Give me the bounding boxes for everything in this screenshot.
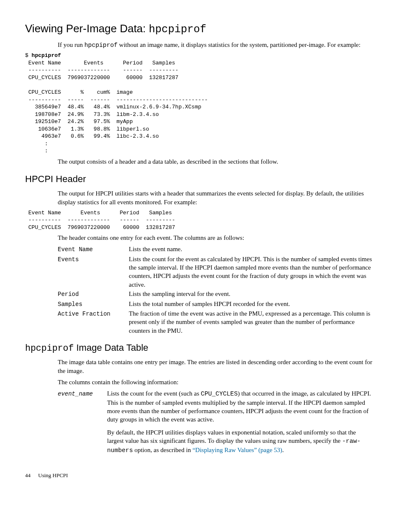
section-heading-header: HPCPI Header <box>25 173 374 186</box>
section-heading-image-table: hpcpiprof Image Data Table <box>25 342 374 355</box>
section-heading-viewing: Viewing Per-Image Data: hpcpiprof <box>25 21 374 37</box>
def-term: Samples <box>58 300 129 309</box>
def-row: Samples Lists the total number of sample… <box>58 300 374 309</box>
heading-text: Viewing Per-Image Data: <box>25 22 149 35</box>
para-intro: If you run hpcpiprof without an image na… <box>58 41 374 50</box>
page-footer: 44 Using HPCPI <box>25 472 374 479</box>
code-header-example: Event Name Events Period Samples -------… <box>25 209 374 231</box>
para-image-table-1: The image data table contains one entry … <box>58 358 374 375</box>
def-desc: Lists the sampling interval for the even… <box>129 290 374 299</box>
inline-code: hpcpiprof <box>84 42 118 49</box>
def-para-2: By default, the HPCPI utilities displays… <box>107 428 374 455</box>
def-term: Events <box>58 255 129 289</box>
def-row: Event Name Lists the event name. <box>58 245 374 254</box>
text: without an image name, it displays stati… <box>118 41 361 48</box>
command: hpcpiprof <box>32 52 61 59</box>
text: option, as described in <box>133 447 192 453</box>
def-row: Events Lists the count for the event as … <box>58 255 374 289</box>
para-columns-intro: The header contains one entry for each e… <box>58 234 374 242</box>
page-number: 44 <box>25 472 37 479</box>
heading-text: Image Data Table <box>74 342 148 353</box>
text: If you run <box>58 41 84 48</box>
para-header-intro: The output for HPCPI utilities starts wi… <box>58 189 374 207</box>
text: By default, the HPCPI utilities displays… <box>107 429 356 444</box>
def-term: Event Name <box>58 245 129 254</box>
def-desc: The fraction of time the event was activ… <box>129 309 374 335</box>
def-desc: Lists the count for the event as calcula… <box>129 255 374 289</box>
def-row: Period Lists the sampling interval for t… <box>58 290 374 299</box>
footer-label: Using HPCPI <box>38 472 68 478</box>
prompt: $ <box>25 52 32 59</box>
def-desc: Lists the total number of samples HPCPI … <box>129 300 374 309</box>
inline-code: CPU_CYCLES <box>201 391 238 397</box>
heading-code: hpcpiprof <box>25 343 74 353</box>
para-output-desc: The output consists of a header and a da… <box>58 157 374 166</box>
def-term: Active Fraction <box>58 309 129 335</box>
def-para-1: Lists the count for the event (such as C… <box>107 389 374 424</box>
text: . <box>282 447 284 453</box>
para-image-table-2: The columns contain the following inform… <box>58 378 374 387</box>
def-row: event_name Lists the count for the event… <box>58 389 374 455</box>
def-term: event_name <box>58 389 107 455</box>
definition-list-header: Event Name Lists the event name. Events … <box>58 245 374 335</box>
text: Lists the count for the event (such as <box>107 390 201 397</box>
definition-list-image: event_name Lists the count for the event… <box>58 389 374 455</box>
def-desc: Lists the event name. <box>129 245 374 254</box>
def-row: Active Fraction The fraction of time the… <box>58 309 374 335</box>
heading-code: hpcpiprof <box>149 23 207 36</box>
link-displaying-raw-values[interactable]: “Displaying Raw Values” (page 53) <box>192 447 282 453</box>
def-term: Period <box>58 290 129 299</box>
code-hpcpiprof-output: $ hpcpiprof Event Name Events Period Sam… <box>25 52 374 155</box>
def-desc: Lists the count for the event (such as C… <box>107 389 374 455</box>
